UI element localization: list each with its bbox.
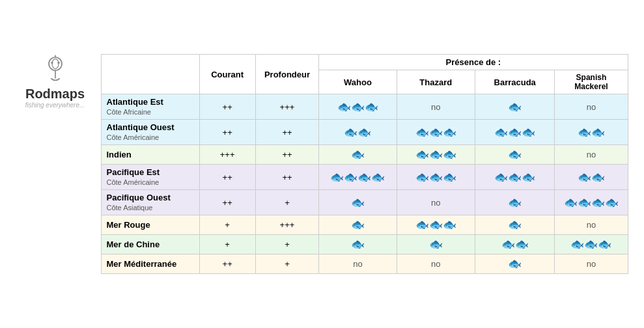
cell-spanish-mackerel: no (555, 215, 628, 235)
cell-barracuda: 🐟 (475, 94, 554, 120)
cell-barracuda: 🐟 (475, 215, 554, 235)
cell-spanish-mackerel: no (555, 145, 628, 165)
svg-point-1 (52, 59, 59, 69)
cell-region: Mer Rouge (101, 215, 199, 235)
logo-icon (39, 54, 72, 87)
cell-region: Pacifique Est Côte Américaine (101, 165, 199, 190)
cell-barracuda: 🐟 (475, 190, 554, 215)
cell-wahoo: 🐟 (319, 215, 397, 235)
cell-wahoo: no (319, 254, 397, 274)
cell-profondeur: + (255, 190, 319, 215)
cell-spanish-mackerel: 🐟🐟🐟🐟 (555, 190, 628, 215)
cell-region: Atlantique Ouest Côte Américaine (101, 120, 199, 145)
cell-thazard: 🐟🐟🐟 (397, 120, 475, 145)
th-region (101, 55, 199, 94)
table-row: Indien +++++🐟🐟🐟🐟🐟no (101, 145, 628, 165)
cell-wahoo: 🐟 (319, 145, 397, 165)
table-row: Pacifique Ouest Côte Asiatique +++🐟no🐟🐟🐟… (101, 190, 628, 215)
cell-region: Atlantique Est Côte Africaine (101, 94, 199, 120)
cell-barracuda: 🐟🐟🐟 (475, 120, 554, 145)
cell-profondeur: + (255, 254, 319, 274)
th-wahoo: Wahoo (319, 70, 397, 94)
cell-wahoo: 🐟 (319, 190, 397, 215)
cell-courant: ++ (199, 254, 255, 274)
cell-courant: ++ (199, 94, 255, 120)
cell-profondeur: ++ (255, 165, 319, 190)
cell-region: Mer Méditerranée (101, 254, 199, 274)
table-row: Mer Rouge ++++🐟🐟🐟🐟🐟no (101, 215, 628, 235)
cell-courant: ++ (199, 165, 255, 190)
cell-thazard: 🐟🐟🐟 (397, 165, 475, 190)
cell-thazard: no (397, 190, 475, 215)
cell-barracuda: 🐟 (475, 254, 554, 274)
th-profondeur: Profondeur (255, 55, 319, 94)
cell-spanish-mackerel: 🐟🐟 (555, 120, 628, 145)
cell-courant: ++ (199, 190, 255, 215)
cell-profondeur: +++ (255, 94, 319, 120)
cell-region: Pacifique Ouest Côte Asiatique (101, 190, 199, 215)
th-courant: Courant (199, 55, 255, 94)
cell-region: Indien (101, 145, 199, 165)
cell-thazard: 🐟🐟🐟 (397, 145, 475, 165)
cell-thazard: no (397, 94, 475, 120)
cell-profondeur: +++ (255, 215, 319, 235)
logo-tagline: fishing everywhere... (25, 102, 85, 109)
th-thazard: Thazard (397, 70, 475, 94)
cell-courant: + (199, 215, 255, 235)
table-row: Atlantique Est Côte Africaine +++++🐟🐟🐟no… (101, 94, 628, 120)
cell-barracuda: 🐟🐟🐟 (475, 165, 554, 190)
cell-profondeur: + (255, 235, 319, 254)
cell-barracuda: 🐟 (475, 145, 554, 165)
svg-point-5 (57, 62, 59, 64)
th-barracuda: Barracuda (475, 70, 554, 94)
table-row: Atlantique Ouest Côte Américaine ++++🐟🐟🐟… (101, 120, 628, 145)
logo-name: Rodmaps (25, 87, 85, 102)
cell-thazard: 🐟🐟🐟 (397, 215, 475, 235)
cell-barracuda: 🐟🐟 (475, 235, 554, 254)
svg-point-4 (51, 62, 53, 64)
cell-profondeur: ++ (255, 120, 319, 145)
th-presence: Présence de : (319, 55, 628, 70)
cell-courant: + (199, 235, 255, 254)
comparison-table: Courant Profondeur Présence de : Wahoo T… (101, 54, 628, 274)
cell-courant: +++ (199, 145, 255, 165)
table-row: Mer de Chine ++🐟🐟🐟🐟🐟🐟🐟 (101, 235, 628, 254)
cell-spanish-mackerel: 🐟🐟 (555, 165, 628, 190)
cell-courant: ++ (199, 120, 255, 145)
cell-region: Mer de Chine (101, 235, 199, 254)
cell-spanish-mackerel: no (555, 254, 628, 274)
cell-wahoo: 🐟🐟🐟🐟 (319, 165, 397, 190)
cell-wahoo: 🐟🐟🐟 (319, 94, 397, 120)
cell-spanish-mackerel: 🐟🐟🐟 (555, 235, 628, 254)
table-row: Pacifique Est Côte Américaine ++++🐟🐟🐟🐟🐟🐟… (101, 165, 628, 190)
table-row: Mer Méditerranée +++nono🐟no (101, 254, 628, 274)
cell-thazard: no (397, 254, 475, 274)
cell-wahoo: 🐟🐟 (319, 120, 397, 145)
cell-spanish-mackerel: no (555, 94, 628, 120)
th-spanish-mackerel: SpanishMackerel (555, 70, 628, 94)
main-container: Rodmaps fishing everywhere... Courant Pr… (10, 48, 635, 280)
cell-thazard: 🐟 (397, 235, 475, 254)
cell-wahoo: 🐟 (319, 235, 397, 254)
logo-area: Rodmaps fishing everywhere... (16, 54, 94, 109)
cell-profondeur: ++ (255, 145, 319, 165)
